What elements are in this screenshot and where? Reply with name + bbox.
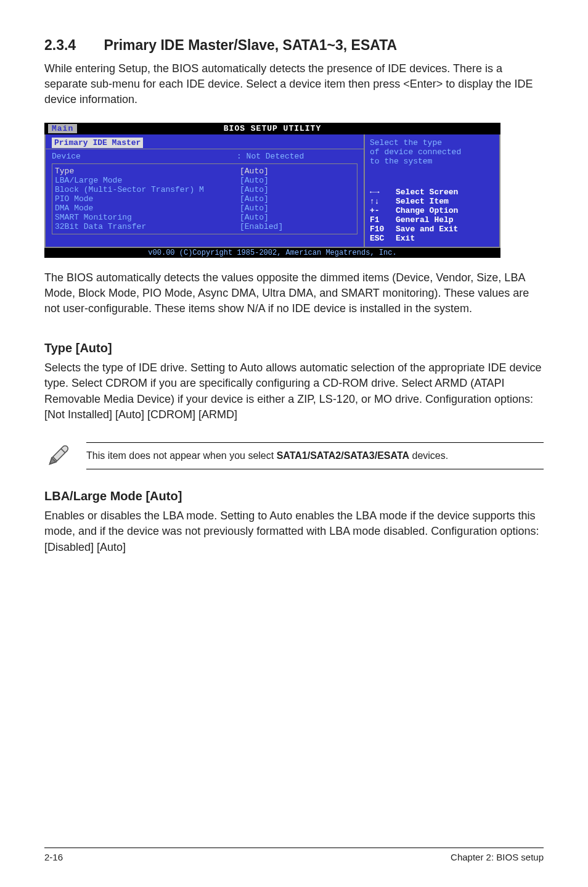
note-pre: This item does not appear when you selec… (86, 450, 277, 461)
bios-nav-desc: General Help (396, 215, 454, 225)
note-text: This item does not appear when you selec… (86, 442, 544, 469)
bios-row-label: 32Bit Data Transfer (55, 222, 240, 231)
page-footer: 2-16 Chapter 2: BIOS setup (44, 848, 544, 862)
bios-nav-desc: Select Item (396, 197, 449, 206)
bios-nav-desc: Select Screen (396, 188, 458, 197)
bios-nav-block: ←→Select Screen ↑↓Select Item +-Change O… (370, 188, 494, 243)
bios-options-group: Type[Auto] LBA/Large Mode[Auto] Block (M… (52, 163, 357, 234)
bios-left-panel: Primary IDE Master Device : Not Detected… (46, 134, 364, 247)
bios-row-label: PIO Mode (55, 194, 240, 204)
bios-screenshot: Main BIOS SETUP UTILITY Primary IDE Mast… (44, 123, 500, 258)
heading-type: Type [Auto] (44, 341, 544, 355)
bios-row-label: Block (Multi-Sector Transfer) M (55, 185, 240, 194)
bios-row-label: DMA Mode (55, 204, 240, 213)
bios-row-label: SMART Monitoring (55, 213, 240, 222)
bios-row-value: [Auto] (240, 176, 269, 185)
bios-row-label: Type (55, 167, 240, 176)
bios-title-bar: Main BIOS SETUP UTILITY (44, 123, 500, 134)
section-number: 2.3.4 (44, 37, 100, 54)
bios-hint-line: to the system (370, 157, 494, 166)
bios-title-text: BIOS SETUP UTILITY (224, 124, 321, 133)
bios-nav-key: F10 (370, 225, 396, 234)
note-bold: SATA1/SATA2/SATA3/ESATA (277, 450, 409, 461)
bios-copyright: v00.00 (C)Copyright 1985-2002, American … (44, 248, 500, 258)
paragraph-auto-detect: The BIOS automatically detects the value… (44, 270, 544, 317)
bios-row-value: [Enabled] (240, 222, 283, 231)
bios-row-value: [Auto] (240, 213, 269, 222)
bios-tab-main: Main (48, 124, 77, 133)
bios-nav-desc: Change Option (396, 206, 458, 215)
bios-row-value: [Auto] (240, 204, 269, 213)
bios-device-value: : Not Detected (237, 152, 304, 161)
section-heading: 2.3.4 Primary IDE Master/Slave, SATA1~3,… (44, 37, 544, 54)
heading-lba: LBA/Large Mode [Auto] (44, 489, 544, 503)
pencil-icon (44, 442, 71, 469)
intro-paragraph: While entering Setup, the BIOS automatic… (44, 61, 544, 108)
bios-nav-desc: Exit (396, 234, 415, 243)
footer-chapter: Chapter 2: BIOS setup (451, 852, 544, 862)
bios-nav-desc: Save and Exit (396, 225, 458, 234)
bios-row-value: [Auto] (240, 194, 269, 204)
note-block: This item does not appear when you selec… (44, 442, 544, 469)
bios-nav-key: ←→ (370, 188, 396, 197)
bios-row-value: [Auto] (240, 167, 269, 176)
paragraph-type: Selects the type of IDE drive. Setting t… (44, 360, 544, 423)
note-post: devices. (409, 450, 448, 461)
bios-header: Primary IDE Master (52, 138, 143, 148)
bios-hint-line: of device connected (370, 147, 494, 157)
bios-row-value: [Auto] (240, 185, 269, 194)
bios-nav-key: ESC (370, 234, 396, 243)
footer-page-number: 2-16 (44, 852, 63, 862)
bios-device-label: Device (52, 152, 237, 161)
bios-nav-key: F1 (370, 215, 396, 225)
bios-nav-key: ↑↓ (370, 197, 396, 206)
bios-right-panel: Select the type of device connected to t… (364, 134, 499, 247)
section-title: Primary IDE Master/Slave, SATA1~3, ESATA (104, 37, 397, 53)
bios-nav-key: +- (370, 206, 396, 215)
bios-row-label: LBA/Large Mode (55, 176, 240, 185)
bios-hint-line: Select the type (370, 138, 494, 147)
paragraph-lba: Enables or disables the LBA mode. Settin… (44, 508, 544, 555)
